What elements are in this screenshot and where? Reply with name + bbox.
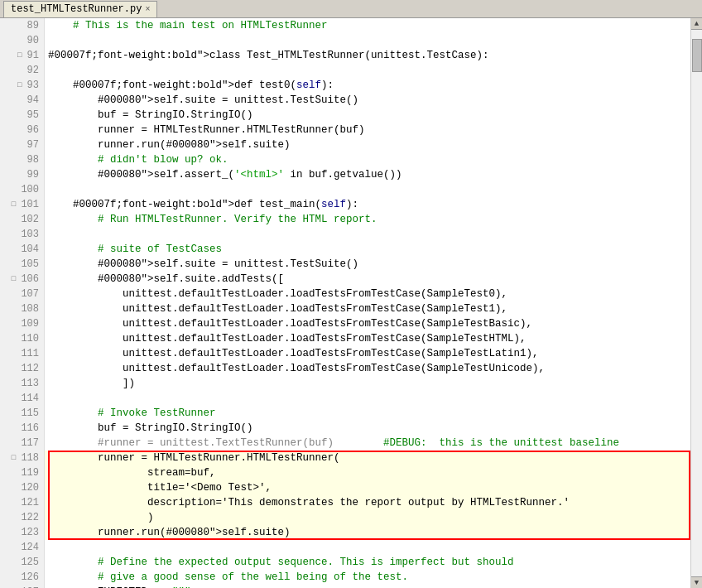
- scrollbar-v-down[interactable]: ▼: [691, 576, 702, 588]
- line-number-123: 123: [0, 525, 44, 540]
- code-line-100: [45, 182, 690, 197]
- code-line-90: [45, 33, 690, 48]
- code-line-97: runner.run(#000080">self.suite): [45, 137, 690, 152]
- code-line-105: #000080">self.suite = unittest.TestSuite…: [45, 257, 690, 272]
- code-line-119: stream=buf,: [45, 465, 690, 480]
- line-number-98: 98: [0, 152, 44, 167]
- code-line-108: unittest.defaultTestLoader.loadTestsFrom…: [45, 301, 690, 316]
- code-line-102: # Run HTMLTestRunner. Verify the HTML re…: [45, 212, 690, 227]
- line-number-92: 92: [0, 63, 44, 78]
- code-line-126: # give a good sense of the well being of…: [45, 570, 690, 585]
- line-numbers-col: 8990□9192□93949596979899100□101102103104…: [0, 18, 45, 588]
- line-number-121: 121: [0, 495, 44, 510]
- code-line-98: # didn't blow up? ok.: [45, 152, 690, 167]
- code-line-125: # Define the expected output sequence. T…: [45, 555, 690, 570]
- line-number-95: 95: [0, 108, 44, 123]
- code-line-96: runner = HTMLTestRunner.HTMLTestRunner(b…: [45, 123, 690, 137]
- line-number-126: 126: [0, 570, 44, 585]
- code-line-112: unittest.defaultTestLoader.loadTestsFrom…: [45, 361, 690, 376]
- line-number-96: 96: [0, 123, 44, 137]
- code-scroll[interactable]: # This is the main test on HTMLTestRunne…: [45, 18, 690, 588]
- code-line-91: #00007f;font-weight:bold">class Test_HTM…: [45, 48, 690, 63]
- code-line-115: # Invoke TestRunner: [45, 406, 690, 421]
- line-number-125: 125: [0, 555, 44, 570]
- code-line-92: [45, 63, 690, 78]
- code-line-114: [45, 391, 690, 406]
- line-number-91: □91: [0, 48, 44, 63]
- editor-container: 8990□9192□93949596979899100□101102103104…: [0, 18, 702, 588]
- line-number-108: 108: [0, 301, 44, 316]
- line-number-106: □106: [0, 272, 44, 287]
- fold-button-118[interactable]: □: [9, 451, 17, 465]
- line-number-116: 116: [0, 421, 44, 436]
- code-line-124: [45, 540, 690, 555]
- code-lines: # This is the main test on HTMLTestRunne…: [45, 18, 690, 588]
- line-number-115: 115: [0, 406, 44, 421]
- line-number-120: 120: [0, 480, 44, 495]
- fold-button-106[interactable]: □: [9, 272, 17, 287]
- code-line-110: unittest.defaultTestLoader.loadTestsFrom…: [45, 331, 690, 346]
- line-number-93: □93: [0, 78, 44, 93]
- code-line-107: unittest.defaultTestLoader.loadTestsFrom…: [45, 287, 690, 301]
- code-line-116: buf = StringIO.StringIO(): [45, 421, 690, 436]
- line-number-114: 114: [0, 391, 44, 406]
- code-line-122: ): [45, 510, 690, 525]
- scrollbar-v-thumb[interactable]: [692, 39, 702, 72]
- line-number-117: 117: [0, 436, 44, 451]
- line-number-107: 107: [0, 287, 44, 301]
- code-line-99: #000080">self.assert_('<html>' in buf.ge…: [45, 167, 690, 182]
- line-number-119: 119: [0, 465, 44, 480]
- line-number-90: 90: [0, 33, 44, 48]
- line-number-112: 112: [0, 361, 44, 376]
- line-number-105: 105: [0, 257, 44, 272]
- line-number-111: 111: [0, 346, 44, 361]
- code-line-89: # This is the main test on HTMLTestRunne…: [45, 18, 690, 33]
- line-number-110: 110: [0, 331, 44, 346]
- code-line-95: buf = StringIO.StringIO(): [45, 108, 690, 123]
- line-number-100: 100: [0, 182, 44, 197]
- line-number-102: 102: [0, 212, 44, 227]
- file-tab[interactable]: test_HTMLTestRunner.py ×: [3, 1, 157, 17]
- code-line-93: #00007f;font-weight:bold">def test0(self…: [45, 78, 690, 93]
- line-number-103: 103: [0, 227, 44, 242]
- vertical-scrollbar[interactable]: ▲ ▼: [690, 18, 702, 588]
- line-number-101: □101: [0, 197, 44, 212]
- code-line-120: title='<Demo Test>',: [45, 480, 690, 495]
- code-line-94: #000080">self.suite = unittest.TestSuite…: [45, 93, 690, 108]
- line-number-94: 94: [0, 93, 44, 108]
- fold-button-91[interactable]: □: [16, 48, 24, 63]
- line-number-124: 124: [0, 540, 44, 555]
- line-number-118: □118: [0, 451, 44, 465]
- code-line-106: #000080">self.suite.addTests([: [45, 272, 690, 287]
- code-line-121: description='This demonstrates the repor…: [45, 495, 690, 510]
- code-line-118: runner = HTMLTestRunner.HTMLTestRunner(: [45, 451, 690, 465]
- code-line-117: #runner = unittest.TextTestRunner(buf) #…: [45, 436, 690, 451]
- line-number-109: 109: [0, 316, 44, 331]
- line-number-89: 89: [0, 18, 44, 33]
- code-line-123: runner.run(#000080">self.suite): [45, 525, 690, 540]
- code-area: # This is the main test on HTMLTestRunne…: [45, 18, 690, 588]
- line-number-113: 113: [0, 376, 44, 391]
- scrollbar-v-up[interactable]: ▲: [691, 18, 702, 30]
- code-line-113: ]): [45, 376, 690, 391]
- code-line-103: [45, 227, 690, 242]
- fold-button-101[interactable]: □: [9, 197, 17, 212]
- code-line-101: #00007f;font-weight:bold">def test_main(…: [45, 197, 690, 212]
- line-number-122: 122: [0, 510, 44, 525]
- code-line-111: unittest.defaultTestLoader.loadTestsFrom…: [45, 346, 690, 361]
- line-number-104: 104: [0, 242, 44, 257]
- tab-filename: test_HTMLTestRunner.py: [11, 3, 142, 15]
- tab-close-icon[interactable]: ×: [145, 5, 150, 14]
- code-line-104: # suite of TestCases: [45, 242, 690, 257]
- line-number-99: 99: [0, 167, 44, 182]
- tab-bar: test_HTMLTestRunner.py ×: [0, 0, 702, 18]
- line-number-97: 97: [0, 137, 44, 152]
- fold-button-93[interactable]: □: [16, 78, 24, 93]
- code-line-109: unittest.defaultTestLoader.loadTestsFrom…: [45, 316, 690, 331]
